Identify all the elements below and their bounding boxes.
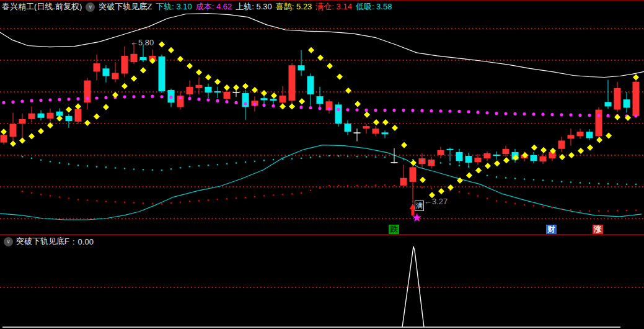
low-absorb-dot xyxy=(198,165,200,167)
full-position-dot xyxy=(487,197,488,199)
full-position-dot xyxy=(431,187,433,189)
full-position-dot xyxy=(394,184,395,186)
low-absorb-dot xyxy=(245,161,247,163)
main-chart-canvas[interactable] xyxy=(0,0,644,329)
header-bar: 春兴精工(日线.前复权) ∨ 突破下轨见底Z 下轨: 3.10成本: 4.62上… xyxy=(2,1,392,12)
magpie-diamond xyxy=(448,184,454,191)
candle-body xyxy=(224,92,231,99)
full-position-dot xyxy=(580,210,581,212)
candle-body xyxy=(447,149,454,150)
signal-chip-zhang: 涨 xyxy=(593,225,603,234)
full-position-dot xyxy=(375,184,377,186)
stock-chart-window: 春兴精工(日线.前复权) ∨ 突破下轨见底Z 下轨: 3.10成本: 4.62上… xyxy=(0,0,644,329)
full-position-dot xyxy=(236,197,237,199)
cost-dot xyxy=(244,102,247,105)
magpie-diamond xyxy=(308,47,314,53)
cost-dot xyxy=(392,109,395,112)
magpie-diamond xyxy=(214,79,221,85)
cost-dot xyxy=(569,114,572,117)
candle-body xyxy=(400,178,407,186)
low-absorb-dot xyxy=(431,161,433,163)
candle-body xyxy=(121,56,128,74)
full-position-dot xyxy=(96,200,98,202)
magpie-diamond xyxy=(261,90,267,96)
magpie-diamond xyxy=(587,145,593,151)
full-position-dot xyxy=(115,201,117,203)
candle-body xyxy=(214,91,221,92)
collapse-chevron-icon[interactable]: ∨ xyxy=(86,2,95,12)
low-absorb-dot xyxy=(291,158,293,160)
cost-dot xyxy=(327,107,330,110)
magpie-diamond xyxy=(392,125,398,131)
sub-indicator-name: 突破下轨见底F xyxy=(16,236,69,247)
full-position-dot xyxy=(273,194,275,196)
full-position-dot xyxy=(570,209,572,211)
low-absorb-dot xyxy=(310,156,312,158)
header-field-full-position: 满仓: 3.14 xyxy=(315,1,352,12)
low-absorb-dot xyxy=(617,183,619,185)
candle-body xyxy=(345,124,351,132)
header-field-cost: 成本: 4.62 xyxy=(196,1,232,12)
cost-dot xyxy=(271,104,275,107)
full-position-dot xyxy=(477,195,479,197)
candle-body xyxy=(614,88,621,110)
low-absorb-dot xyxy=(487,175,488,177)
low-absorb-dot xyxy=(319,156,321,158)
signal-spike xyxy=(402,246,424,327)
magpie-diamond xyxy=(168,47,174,53)
low-absorb-dot xyxy=(189,166,191,168)
full-position-dot xyxy=(319,187,321,189)
low-absorb-dot xyxy=(59,162,61,164)
candle-body xyxy=(38,114,45,118)
magpie-diamond xyxy=(242,83,249,89)
low-absorb-dot xyxy=(254,161,256,163)
cost-dot xyxy=(197,97,200,101)
cost-dot xyxy=(457,110,461,113)
magpie-diamond xyxy=(121,83,128,89)
low-absorb-dot xyxy=(375,156,377,158)
low-absorb-dot xyxy=(580,182,581,184)
low-absorb-dot xyxy=(50,161,51,163)
low-absorb-dot xyxy=(421,160,423,162)
candle-body xyxy=(438,150,444,155)
magpie-diamond xyxy=(614,114,620,120)
magpie-diamond xyxy=(103,104,109,110)
full-position-dot xyxy=(291,193,293,195)
low-absorb-dot xyxy=(226,163,228,165)
collapse-chevron-icon[interactable]: ∨ xyxy=(4,237,13,246)
candle-body xyxy=(605,102,612,106)
full-position-dot xyxy=(552,207,554,209)
magpie-diamond xyxy=(56,115,63,122)
low-absorb-dot xyxy=(533,179,535,181)
cost-dot xyxy=(30,99,33,102)
candle-body xyxy=(270,99,277,101)
cost-dot xyxy=(160,95,163,98)
cost-dot xyxy=(402,109,405,112)
magpie-diamond xyxy=(540,147,547,153)
candle-body xyxy=(261,98,268,100)
low-absorb-dot xyxy=(105,166,107,168)
full-position-dot xyxy=(124,202,126,204)
low-absorb-dot xyxy=(589,183,591,184)
low-absorb-dot xyxy=(236,162,237,164)
header-field-magpie: 喜鹊: 5.23 xyxy=(276,1,312,12)
candle-body xyxy=(75,109,82,122)
full-position-dot xyxy=(459,191,461,193)
magpie-diamond xyxy=(355,101,361,107)
candle-body xyxy=(456,152,463,161)
low-absorb-dot xyxy=(505,177,507,179)
low-absorb-dot xyxy=(542,179,544,181)
magpie-diamond xyxy=(10,141,16,147)
magpie-diamond xyxy=(66,107,72,113)
low-absorb-dot xyxy=(440,162,442,164)
candle-body xyxy=(47,113,54,119)
magpie-diamond xyxy=(271,92,277,99)
magpie-diamond xyxy=(345,88,351,94)
full-position-dot xyxy=(514,202,516,204)
low-absorb-dot xyxy=(394,157,395,159)
low-absorb-dot xyxy=(273,159,275,161)
full-position-dot xyxy=(40,194,42,196)
cost-dot xyxy=(48,98,51,101)
low-absorb-dot xyxy=(384,156,386,158)
low-absorb-dot xyxy=(217,164,219,166)
